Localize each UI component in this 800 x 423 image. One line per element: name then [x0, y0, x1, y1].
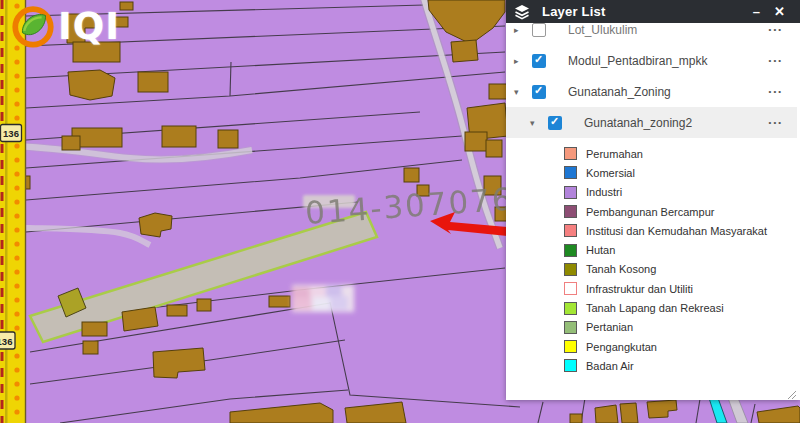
iqi-logo: IQI: [10, 2, 120, 50]
layer-checkbox-checked[interactable]: [532, 85, 546, 99]
layer-checkbox-unchecked[interactable]: [532, 23, 546, 37]
legend-swatch: [564, 321, 577, 334]
legend-label: Industri: [586, 186, 622, 198]
legend-item: Perumahan: [506, 144, 797, 163]
legend-label: Tanah Lapang dan Rekreasi: [586, 302, 724, 314]
redacted-label-patch: [292, 285, 354, 312]
svg-text:136: 136: [0, 336, 12, 347]
layer-label[interactable]: Gunatanah_Zoning: [568, 85, 671, 99]
collapse-caret-icon[interactable]: ▾: [514, 87, 527, 97]
legend-swatch: [564, 186, 577, 199]
route-shield: 136: [1, 125, 22, 142]
highway-strip: [0, 0, 26, 423]
layer-row-lot-ulukulim[interactable]: ▸ Lot_Ulukulim •••: [506, 23, 797, 45]
legend-swatch: [564, 359, 577, 372]
layer-menu-icon[interactable]: •••: [769, 118, 783, 127]
legend-item: Industri: [506, 183, 797, 202]
minimize-button[interactable]: –: [746, 0, 767, 23]
layer-row-modul-pentadbiran[interactable]: ▸ Modul_Pentadbiran_mpkk •••: [506, 45, 797, 76]
legend-label: Badan Air: [586, 360, 634, 372]
legend-item: Badan Air: [506, 356, 797, 375]
legend-item: Pengangkutan: [506, 337, 797, 356]
legend-label: Komersial: [586, 167, 635, 179]
legend-label: Pertanian: [586, 321, 633, 333]
svg-text:136: 136: [3, 128, 19, 139]
layer-row-gunatanah-zoning2[interactable]: ▾ Gunatanah_zoning2 •••: [506, 107, 797, 138]
legend-swatch: [564, 263, 577, 276]
legend-swatch: [564, 244, 577, 257]
legend-swatch: [564, 282, 577, 295]
legend-swatch: [564, 147, 577, 160]
legend-item: Infrastruktur dan Utiliti: [506, 279, 797, 298]
layer-menu-icon[interactable]: •••: [769, 56, 783, 65]
layer-label[interactable]: Lot_Ulukulim: [568, 23, 637, 37]
expand-caret-icon[interactable]: ▸: [514, 56, 527, 66]
close-button[interactable]: ✕: [767, 0, 792, 23]
layers-icon: [514, 4, 530, 20]
legend-item: Pembangunan Bercampur: [506, 202, 797, 221]
legend-item: Tanah Lapang dan Rekreasi: [506, 298, 797, 317]
legend-label: Pembangunan Bercampur: [586, 206, 714, 218]
legend-swatch: [564, 340, 577, 353]
layer-label[interactable]: Modul_Pentadbiran_mpkk: [568, 54, 707, 68]
layer-menu-icon[interactable]: •••: [769, 25, 783, 34]
panel-title: Layer List: [542, 4, 605, 19]
legend-item: Pertanian: [506, 318, 797, 337]
layer-menu-icon[interactable]: •••: [769, 87, 783, 96]
legend-swatch: [564, 166, 577, 179]
expand-caret-icon[interactable]: ▸: [514, 25, 527, 35]
legend-item: Hutan: [506, 240, 797, 259]
layer-label[interactable]: Gunatanah_zoning2: [584, 116, 692, 130]
legend-swatch: [564, 224, 577, 237]
layer-list-panel: Layer List – ✕ ▸ Lot_Ulukulim ••• ▸ Modu…: [506, 0, 800, 400]
iqi-logo-text: IQI: [58, 5, 120, 48]
legend-label: Infrastruktur dan Utiliti: [586, 283, 693, 295]
layer-row-gunatanah-zoning[interactable]: ▾ Gunatanah_Zoning •••: [506, 76, 797, 107]
legend-swatch: [564, 205, 577, 218]
iqi-logo-icon: [10, 2, 56, 50]
panel-resize-handle[interactable]: [787, 390, 797, 400]
legend-label: Hutan: [586, 244, 615, 256]
legend-label: Perumahan: [586, 148, 643, 160]
legend-item: Institusi dan Kemudahan Masyarakat: [506, 221, 797, 240]
layer-checkbox-checked[interactable]: [532, 54, 546, 68]
collapse-caret-icon[interactable]: ▾: [530, 118, 543, 128]
legend-label: Tanah Kosong: [586, 263, 656, 275]
legend-item: Tanah Kosong: [506, 260, 797, 279]
legend-item: Komersial: [506, 163, 797, 182]
route-shield: 136: [0, 332, 15, 349]
legend-label: Institusi dan Kemudahan Masyarakat: [586, 225, 767, 237]
panel-header: Layer List – ✕: [506, 0, 800, 23]
legend-swatch: [564, 302, 577, 315]
layer-list-content[interactable]: ▸ Lot_Ulukulim ••• ▸ Modul_Pentadbiran_m…: [506, 23, 800, 400]
layer-checkbox-checked[interactable]: [548, 116, 562, 130]
legend-label: Pengangkutan: [586, 341, 657, 353]
legend-list: PerumahanKomersialIndustriPembangunan Be…: [506, 144, 797, 376]
